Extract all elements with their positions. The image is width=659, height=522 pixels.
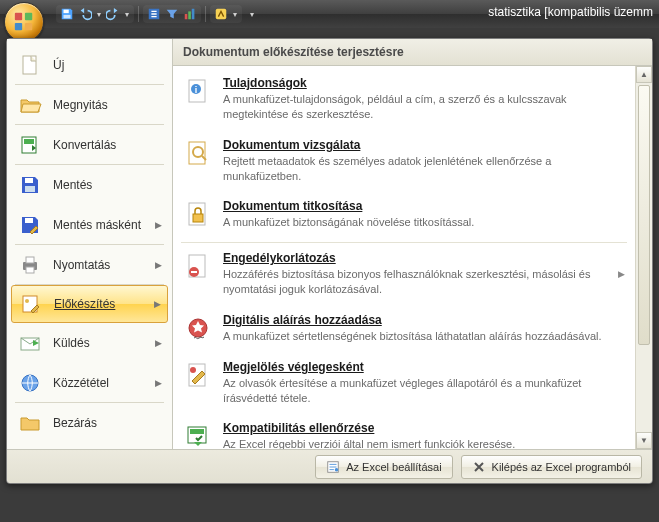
office-menu-right: Dokumentum előkészítése terjesztésre i T… (173, 39, 652, 449)
save-as-icon (17, 212, 43, 238)
scroll-thumb[interactable] (638, 85, 650, 345)
svg-rect-11 (23, 56, 36, 74)
svg-rect-0 (15, 13, 22, 20)
svg-rect-4 (64, 10, 69, 14)
scroll-track[interactable] (636, 83, 652, 432)
office-menu-panel: Új Megnyitás Konvertálás Mentés Mentés m… (6, 38, 653, 484)
menu-label: Megnyitás (53, 98, 108, 112)
convert-icon (17, 132, 43, 158)
prepare-icon (18, 291, 44, 317)
office-menu-left: Új Megnyitás Konvertálás Mentés Mentés m… (7, 39, 173, 449)
quick-access-toolbar: ▾ ▾ ▾ ▾ (56, 5, 260, 23)
menu-item-save-as[interactable]: Mentés másként ▶ (7, 205, 172, 245)
submenu-arrow-icon: ▶ (155, 260, 162, 270)
prepare-compatibility[interactable]: Kompatibilitás ellenőrzése Az Excel rége… (173, 415, 635, 449)
macro-icon[interactable] (213, 6, 229, 22)
new-document-icon (17, 52, 43, 78)
submenu-arrow-icon: ▶ (618, 269, 625, 279)
signature-icon (183, 313, 213, 343)
menu-item-print[interactable]: Nyomtatás ▶ (7, 245, 172, 285)
menu-label: Nyomtatás (53, 258, 110, 272)
svg-point-21 (25, 299, 29, 303)
open-folder-icon (17, 92, 43, 118)
item-desc: Hozzáférés biztosítása bizonyos felhaszn… (223, 267, 608, 297)
office-logo-icon (13, 11, 35, 33)
svg-rect-3 (25, 23, 32, 30)
prepare-signature[interactable]: Digitális aláírás hozzáadása A munkafüze… (173, 307, 635, 354)
button-label: Kilépés az Excel programból (492, 461, 631, 473)
sort-icon[interactable] (146, 6, 162, 22)
separator (181, 242, 627, 243)
filter-icon[interactable] (164, 6, 180, 22)
exit-icon (472, 460, 486, 474)
menu-item-new[interactable]: Új (7, 45, 172, 85)
mark-final-icon (183, 360, 213, 390)
menu-label: Mentés másként (53, 218, 141, 232)
office-button[interactable] (4, 2, 44, 42)
chart-icon[interactable] (182, 6, 198, 22)
item-desc: A munkafüzet sértetlenségének biztosítás… (223, 329, 625, 344)
button-label: Az Excel beállításai (346, 461, 441, 473)
svg-rect-5 (64, 15, 71, 19)
item-title: Kompatibilitás ellenőrzése (223, 421, 625, 435)
menu-label: Küldés (53, 336, 90, 350)
exit-excel-button[interactable]: Kilépés az Excel programból (461, 455, 642, 479)
menu-label: Bezárás (53, 416, 97, 430)
prepare-encrypt[interactable]: Dokumentum titkosítása A munkafüzet bizt… (173, 193, 635, 240)
save-icon (17, 172, 43, 198)
svg-rect-14 (25, 178, 33, 183)
window-title: statisztika [kompatibilis üzemm (488, 5, 653, 19)
menu-label: Előkészítés (54, 297, 115, 311)
menu-item-save[interactable]: Mentés (7, 165, 172, 205)
submenu-arrow-icon: ▶ (154, 299, 161, 309)
prepare-restrict[interactable]: Engedélykorlátozás Hozzáférés biztosítás… (173, 245, 635, 307)
item-title: Engedélykorlátozás (223, 251, 608, 265)
excel-options-button[interactable]: Az Excel beállításai (315, 455, 452, 479)
svg-point-37 (190, 367, 196, 373)
item-desc: Rejtett metaadatok és személyes adatok j… (223, 154, 625, 184)
menu-item-open[interactable]: Megnyitás (7, 85, 172, 125)
dropdown-icon[interactable]: ▾ (95, 6, 103, 22)
svg-rect-19 (26, 267, 34, 273)
scrollbar[interactable]: ▲ ▼ (635, 66, 652, 449)
svg-rect-2 (15, 23, 22, 30)
svg-rect-1 (25, 13, 32, 20)
svg-rect-30 (193, 214, 203, 222)
svg-rect-33 (191, 271, 197, 273)
item-title: Tulajdonságok (223, 76, 625, 90)
menu-item-convert[interactable]: Konvertálás (7, 125, 172, 165)
qat-customize-icon[interactable]: ▾ (244, 6, 260, 22)
properties-icon: i (183, 76, 213, 106)
menu-item-close[interactable]: Bezárás (7, 403, 172, 443)
submenu-arrow-icon: ▶ (155, 338, 162, 348)
menu-item-send[interactable]: Küldés ▶ (7, 323, 172, 363)
svg-rect-9 (192, 9, 195, 20)
scroll-down-button[interactable]: ▼ (636, 432, 652, 449)
menu-item-publish[interactable]: Közzététel ▶ (7, 363, 172, 403)
dropdown-icon[interactable]: ▾ (231, 6, 239, 22)
svg-point-42 (335, 467, 339, 471)
undo-icon[interactable] (77, 6, 93, 22)
menu-label: Mentés (53, 178, 92, 192)
inspect-icon (183, 138, 213, 168)
svg-text:i: i (195, 85, 198, 95)
item-desc: Az Excel régebbi verziói által nem ismer… (223, 437, 625, 449)
dropdown-icon[interactable]: ▾ (123, 6, 131, 22)
options-icon (326, 460, 340, 474)
scroll-up-button[interactable]: ▲ (636, 66, 652, 83)
prepare-mark-final[interactable]: Megjelölés véglegesként Az olvasók értes… (173, 354, 635, 416)
redo-icon[interactable] (105, 6, 121, 22)
svg-rect-13 (24, 139, 34, 144)
prepare-inspect[interactable]: Dokumentum vizsgálata Rejtett metaadatok… (173, 132, 635, 194)
svg-rect-18 (26, 257, 34, 263)
menu-item-prepare[interactable]: Előkészítés ▶ (11, 285, 168, 323)
submenu-arrow-icon: ▶ (155, 220, 162, 230)
close-folder-icon (17, 410, 43, 436)
item-title: Dokumentum vizsgálata (223, 138, 625, 152)
prepare-properties[interactable]: i Tulajdonságok A munkafüzet-tulajdonság… (173, 70, 635, 132)
svg-rect-16 (25, 218, 33, 223)
save-icon[interactable] (59, 6, 75, 22)
encrypt-icon (183, 199, 213, 229)
svg-rect-15 (25, 186, 35, 192)
print-icon (17, 252, 43, 278)
